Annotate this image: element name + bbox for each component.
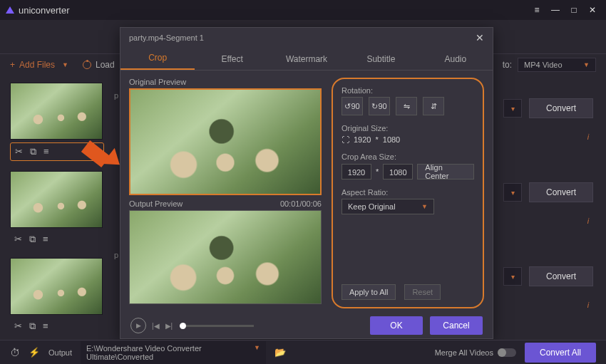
disc-icon [83, 61, 91, 69]
convert-button[interactable]: Convert [529, 266, 593, 286]
align-center-button[interactable]: Align Center [417, 164, 474, 180]
crop-height-input[interactable]: 1080 [383, 164, 413, 180]
expand-icon: ⛶ [341, 135, 349, 144]
video-thumbnail[interactable] [10, 171, 103, 228]
flip-vertical-button[interactable]: ⇵ [423, 97, 444, 115]
window-controls: ≡ — □ ✕ [529, 4, 600, 16]
aspect-value: Keep Original [348, 202, 396, 211]
tab-subtitle[interactable]: Subtitle [344, 54, 418, 70]
add-files-label: Add Files [19, 60, 55, 70]
edit-icon-group: ✂ ⧉ ≡ [10, 231, 104, 248]
crop-icon[interactable]: ⧉ [29, 321, 36, 332]
preview-pane: Original Preview Output Preview 00:01/00… [129, 78, 322, 308]
gpu-accel-icon[interactable]: ⚡ [29, 347, 40, 358]
plus-icon: + [10, 60, 15, 70]
crop-icon[interactable]: ⧉ [30, 146, 36, 157]
flip-horizontal-button[interactable]: ⇋ [396, 97, 417, 115]
open-folder-icon[interactable]: 📂 [274, 347, 286, 358]
rotation-label: Rotation: [341, 86, 474, 95]
edit-dialog: party.mp4-Segment 1 ✕ Crop Effect Waterm… [120, 27, 493, 339]
title-bar: uniconverter ≡ — □ ✕ [0, 0, 606, 20]
convert-button[interactable]: Convert [529, 182, 593, 202]
effect-icon[interactable]: ≡ [43, 321, 48, 332]
info-icon[interactable]: i [583, 132, 593, 142]
list-item[interactable]: ✂ ⧉ ≡ [10, 171, 104, 248]
crop-width-input[interactable]: 1920 [341, 164, 371, 180]
orig-height: 1080 [383, 135, 400, 144]
output-label: Output [48, 348, 72, 357]
cancel-button[interactable]: Cancel [430, 316, 483, 335]
video-thumbnail[interactable] [10, 258, 103, 315]
close-button[interactable]: ✕ [585, 4, 600, 16]
chevron-down-icon: ▼ [421, 203, 428, 210]
effect-icon[interactable]: ≡ [43, 234, 48, 245]
original-size-label: Original Size: [341, 124, 474, 132]
tab-audio[interactable]: Audio [418, 54, 493, 70]
convert-button[interactable]: Convert [529, 98, 593, 118]
video-thumbnail[interactable] [10, 83, 103, 140]
app-footer: ⏱ ⚡ Output E:\Wondershare Video Converte… [0, 340, 606, 364]
prev-frame-button[interactable]: |◀ [152, 322, 160, 330]
file-list: ✂ ⧉ ≡ ✂ ⧉ ≡ ✂ ⧉ ≡ [0, 77, 114, 340]
to-label: to: [503, 60, 512, 70]
crop-settings-panel: Rotation: ↺90 ↻90 ⇋ ⇵ Original Size: ⛶ 1… [332, 78, 484, 308]
edit-tabs: Crop Effect Watermark Subtitle Audio [120, 48, 493, 71]
merge-label: Merge All Videos [435, 348, 493, 357]
edit-icon-group: ✂ ⧉ ≡ [10, 318, 104, 335]
next-frame-button[interactable]: ▶| [165, 322, 173, 330]
trim-icon[interactable]: ✂ [14, 234, 22, 245]
output-path-field[interactable]: E:\Wondershare Video Converter Ultimate\… [81, 341, 266, 364]
size-sep: * [376, 167, 379, 176]
apply-to-all-button[interactable]: Apply to All [341, 284, 396, 300]
chevron-down-icon: ▼ [254, 344, 260, 361]
add-files-button[interactable]: + Add Files ▼ [10, 60, 68, 70]
merge-toggle-row: Merge All Videos [435, 348, 516, 357]
aspect-ratio-label: Aspect Ratio: [341, 188, 474, 197]
info-icon[interactable]: i [583, 217, 593, 227]
tab-crop[interactable]: Crop [120, 53, 195, 70]
chevron-down-icon[interactable]: ▼ [62, 61, 68, 68]
scheduler-icon[interactable]: ⏱ [10, 347, 20, 358]
annotation-arrow [86, 139, 111, 153]
merge-toggle[interactable] [498, 348, 516, 357]
output-format-select[interactable]: MP4 Video ▼ [518, 58, 596, 72]
close-icon[interactable]: ✕ [476, 32, 484, 43]
app-name: uniconverter [19, 5, 70, 16]
load-label: Load [96, 60, 115, 70]
item-marker: p [114, 91, 118, 100]
output-path-value: E:\Wondershare Video Converter Ultimate\… [86, 344, 254, 361]
trim-icon[interactable]: ✂ [14, 321, 22, 332]
output-preview [129, 210, 322, 304]
original-preview-label: Original Preview [129, 78, 322, 86]
reset-button[interactable]: Reset [404, 284, 441, 300]
maximize-button[interactable]: □ [566, 4, 582, 16]
item-format-dropdown[interactable]: ▾ [503, 99, 522, 118]
item-format-dropdown[interactable]: ▾ [503, 183, 522, 202]
rotate-right-button[interactable]: ↻90 [369, 97, 390, 115]
output-preview-label: Output Preview [129, 199, 183, 208]
hamburger-icon[interactable]: ≡ [529, 4, 545, 16]
format-value: MP4 Video [524, 61, 563, 69]
ok-button[interactable]: OK [370, 316, 423, 335]
info-icon[interactable]: i [583, 301, 593, 311]
dialog-title: party.mp4-Segment 1 [129, 33, 204, 42]
original-preview[interactable] [129, 88, 322, 195]
item-marker: p [114, 251, 118, 259]
size-sep: * [375, 135, 378, 144]
list-item[interactable]: ✂ ⧉ ≡ [10, 258, 104, 335]
load-dvd-button[interactable]: Load [83, 60, 115, 70]
item-format-dropdown[interactable]: ▾ [503, 267, 522, 286]
chevron-down-icon: ▼ [583, 61, 590, 68]
aspect-ratio-select[interactable]: Keep Original ▼ [341, 199, 434, 214]
convert-all-button[interactable]: Convert All [525, 343, 596, 363]
crop-area-label: Crop Area Size: [341, 152, 474, 161]
trim-icon[interactable]: ✂ [15, 146, 23, 157]
crop-icon[interactable]: ⧉ [29, 234, 36, 245]
tab-watermark[interactable]: Watermark [269, 54, 344, 70]
time-display: 00:01/00:06 [280, 199, 322, 208]
effect-icon[interactable]: ≡ [43, 146, 49, 157]
tab-effect[interactable]: Effect [195, 54, 269, 70]
rotate-left-button[interactable]: ↺90 [341, 97, 363, 115]
minimize-button[interactable]: — [548, 4, 563, 16]
play-button[interactable]: ▶ [130, 318, 146, 333]
